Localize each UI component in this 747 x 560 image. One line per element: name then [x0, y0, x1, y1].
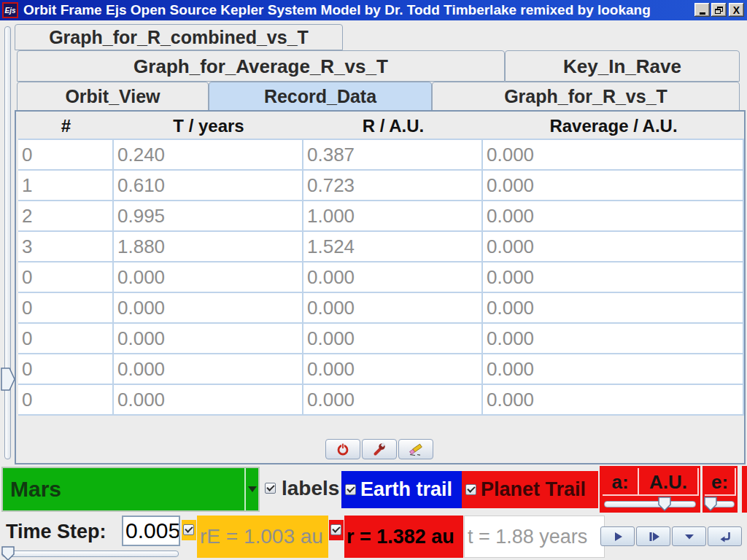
table-cell: 0.000: [483, 171, 744, 200]
table-cell: 0.610: [114, 171, 303, 200]
table-cell: 0.000: [114, 385, 303, 414]
table-cell: 0.000: [114, 262, 303, 292]
table-row[interactable]: 00.0000.0000.000: [18, 354, 744, 385]
table-cell: 1.880: [114, 232, 303, 261]
table-cell: 0.000: [483, 262, 744, 292]
clear-data-button[interactable]: [398, 439, 433, 459]
table-cell: 0.000: [483, 201, 744, 230]
tab-record-data[interactable]: Record_Data: [209, 82, 432, 111]
table-cell: 0: [18, 385, 114, 414]
app-icon-label: Ejs: [4, 4, 17, 17]
table-row[interactable]: 00.0000.0000.000: [18, 262, 744, 293]
table-cell: 0.000: [483, 293, 744, 322]
time-readout: t = 1.88 years: [464, 516, 605, 558]
table-row[interactable]: 10.6100.7230.000: [18, 171, 744, 201]
table-row[interactable]: 31.8801.5240.000: [18, 232, 744, 262]
time-step-label: Time Step:: [6, 516, 107, 547]
table-cell: 0.387: [303, 140, 483, 169]
minimize-icon: [700, 12, 705, 15]
table-row[interactable]: 00.2400.3870.000: [18, 140, 744, 171]
titlebar: Ejs Orbit Frame Ejs Open Source Kepler S…: [0, 0, 747, 20]
play-button[interactable]: [600, 526, 635, 546]
column-header[interactable]: #: [18, 113, 114, 139]
table-cell: 0.240: [114, 140, 303, 169]
left-vertical-slider-thumb[interactable]: [1, 368, 15, 394]
reset-icon: [718, 529, 732, 544]
table-row[interactable]: 00.0000.0000.000: [18, 293, 744, 324]
table-cell: 0: [18, 262, 114, 292]
step-button[interactable]: [636, 526, 670, 546]
planet-trail-toggle[interactable]: Planet Trail: [462, 471, 598, 508]
tab-graph-for-r-combined-vs-t[interactable]: Graph_for_R_combined_vs_T: [15, 24, 343, 50]
time-step-slider-thumb[interactable]: [1, 546, 15, 560]
labels-checkbox[interactable]: [265, 483, 276, 494]
power-button[interactable]: [325, 439, 360, 459]
labels-checkbox-label: labels: [282, 471, 339, 506]
table-cell: 0: [18, 293, 114, 322]
chevron-down-icon: [248, 486, 257, 492]
table-cell: 2: [18, 201, 114, 230]
table-row[interactable]: 00.0000.0000.000: [18, 385, 744, 416]
rE-readout-toggle[interactable]: [182, 520, 196, 540]
table-cell: 0.000: [483, 354, 744, 384]
table-toolbar: [325, 439, 433, 459]
table-cell: 0.000: [303, 324, 483, 353]
application-window: Ejs Orbit Frame Ejs Open Source Kepler S…: [0, 0, 747, 560]
play-icon: [611, 529, 625, 544]
column-header[interactable]: Raverage / A.U.: [483, 113, 744, 139]
earth-trail-toggle[interactable]: Earth trail: [341, 471, 462, 508]
a-slider-track[interactable]: [604, 501, 696, 508]
a-label: a:: [603, 468, 639, 496]
close-icon: X: [733, 5, 740, 15]
e-label: e:: [705, 468, 736, 496]
rE-readout: rE = 1.003 au: [197, 516, 328, 558]
data-tool-button[interactable]: [362, 439, 397, 459]
table-cell: 0.995: [114, 201, 303, 230]
planet-select-value: Mars: [10, 468, 61, 510]
app-icon: Ejs: [2, 2, 18, 18]
r-checkbox[interactable]: [330, 524, 341, 535]
column-header[interactable]: T / years: [114, 113, 303, 139]
earth-trail-label: Earth trail: [360, 471, 452, 508]
earth-trail-checkbox[interactable]: [345, 484, 356, 495]
eccentricity-control-group: e:: [703, 466, 738, 513]
bottom-control-panel: Mars labels Earth trail Planet Trail a: …: [0, 464, 747, 560]
restore-button[interactable]: [711, 3, 727, 17]
a-slider-thumb[interactable]: [658, 497, 671, 514]
tab-key-in-rave[interactable]: Key_In_Rave: [505, 50, 740, 82]
tab-orbit-view[interactable]: Orbit_View: [17, 82, 209, 111]
restore-icon: [715, 7, 723, 14]
planet-select-dropdown[interactable]: Mars: [1, 467, 260, 512]
tab-graph-for-average-r-vs-t[interactable]: Graph_for_Average_R_vs_T: [17, 50, 505, 82]
r-readout-toggle[interactable]: [329, 520, 344, 540]
down-icon: [682, 529, 697, 544]
planet-trail-checkbox[interactable]: [465, 484, 476, 495]
show-more-button[interactable]: [672, 526, 706, 546]
table-row[interactable]: 20.9951.0000.000: [18, 201, 744, 232]
minimize-button[interactable]: [694, 3, 710, 17]
rE-checkbox[interactable]: [183, 524, 194, 535]
table-cell: 3: [18, 232, 114, 261]
table-cell: 0.000: [483, 324, 744, 353]
dropdown-arrow-button[interactable]: [244, 468, 258, 510]
step-icon: [646, 529, 661, 544]
e-slider-thumb[interactable]: [704, 497, 717, 514]
column-header[interactable]: R / A.U.: [303, 113, 483, 139]
au-unit-label: A.U.: [639, 468, 699, 496]
table-cell: 0.000: [303, 354, 483, 384]
left-vertical-slider-track[interactable]: [4, 26, 11, 459]
r-readout: r = 1.382 au: [344, 516, 463, 558]
window-title: Orbit Frame Ejs Open Source Kepler Syste…: [23, 0, 651, 20]
reset-button[interactable]: [708, 526, 742, 546]
table-cell: 1.000: [303, 201, 483, 230]
close-button[interactable]: X: [729, 3, 744, 17]
time-step-slider-track[interactable]: [1, 551, 179, 557]
table-cell: 0: [18, 140, 114, 169]
table-cell: 0.000: [303, 262, 483, 292]
tab-graph-for-r-vs-t[interactable]: Graph_for_R_vs_T: [432, 82, 740, 111]
table-cell: 0.723: [303, 171, 483, 200]
table-row[interactable]: 00.0000.0000.000: [18, 324, 744, 354]
table-header: # T / years R / A.U. Raverage / A.U.: [18, 113, 744, 139]
time-step-input[interactable]: [122, 516, 180, 546]
right-arrow-thumb-icon: [1, 368, 15, 391]
